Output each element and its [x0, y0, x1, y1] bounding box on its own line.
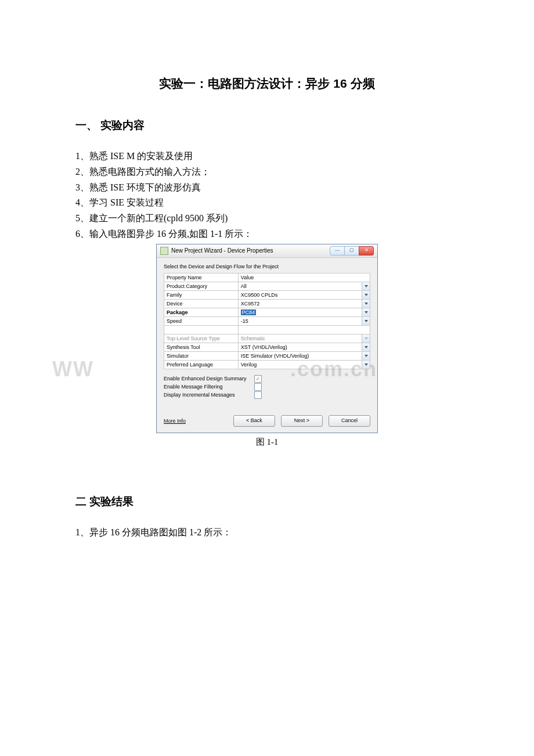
- list-item: 4、学习 SIE 安装过程: [75, 196, 459, 210]
- page-title: 实验一：电路图方法设计：异步 16 分频: [75, 75, 459, 92]
- chevron-down-icon[interactable]: [362, 361, 370, 369]
- enable-enhanced-summary-checkbox[interactable]: ✓: [254, 375, 262, 383]
- table-row: Synthesis Tool XST (VHDL/Verilog): [164, 343, 370, 351]
- maximize-button[interactable]: ▢: [344, 246, 359, 255]
- chevron-down-icon[interactable]: [362, 352, 370, 360]
- app-icon: [160, 247, 168, 255]
- check-label: Enable Message Filtering: [164, 384, 251, 390]
- dialog-titlebar[interactable]: New Project Wizard - Device Properties —…: [157, 244, 377, 258]
- col-header-value: Value: [238, 273, 370, 282]
- close-button[interactable]: ✕: [359, 246, 374, 255]
- check-label: Enable Enhanced Design Summary: [164, 376, 251, 381]
- chevron-down-icon[interactable]: [362, 343, 370, 351]
- top-level-source-select: Schematic: [238, 334, 370, 343]
- dialog-title: New Project Wizard - Device Properties: [171, 247, 330, 254]
- prop-name: Top-Level Source Type: [164, 334, 239, 343]
- chevron-down-icon[interactable]: [362, 282, 370, 290]
- chevron-down-icon[interactable]: [362, 317, 370, 325]
- section-1-heading: 一、 实验内容: [75, 118, 459, 133]
- list-item: 1、熟悉 ISE M 的安装及使用: [75, 149, 459, 164]
- prop-name: Speed: [164, 316, 239, 325]
- preferred-language-select[interactable]: Verilog: [238, 360, 370, 369]
- prop-name: Synthesis Tool: [164, 343, 239, 351]
- more-info-link[interactable]: More Info: [164, 418, 186, 424]
- package-select[interactable]: PC84: [238, 308, 370, 316]
- list-item: 3、熟悉 ISE 环境下的波形仿真: [75, 181, 459, 195]
- back-button[interactable]: < Back: [233, 415, 275, 427]
- check-row: Display Incremental Messages: [164, 391, 370, 399]
- speed-select[interactable]: -15: [238, 316, 370, 325]
- family-select[interactable]: XC9500 CPLDs: [238, 290, 370, 299]
- prop-name: Preferred Language: [164, 360, 239, 369]
- prop-name: Package: [164, 308, 239, 316]
- check-row: Enable Enhanced Design Summary ✓: [164, 375, 370, 383]
- cancel-button[interactable]: Cancel: [329, 415, 370, 427]
- table-row: Device XC9572: [164, 299, 370, 308]
- list-item: 5、建立一个新的工程(cpld 9500 系列): [75, 211, 459, 226]
- list-item: 1、异步 16 分频电路图如图 1-2 所示：: [75, 525, 459, 540]
- synthesis-tool-select[interactable]: XST (VHDL/Verilog): [238, 343, 370, 351]
- simulator-select[interactable]: ISE Simulator (VHDL/Verilog): [238, 351, 370, 360]
- prop-name: Device: [164, 299, 239, 308]
- table-row: Package PC84: [164, 308, 370, 316]
- chevron-down-icon: [362, 334, 370, 343]
- prop-name: Product Category: [164, 282, 239, 290]
- prop-name: Family: [164, 290, 239, 299]
- check-row: Enable Message Filtering: [164, 383, 370, 391]
- table-row: Product Category All: [164, 282, 370, 290]
- figure-caption: 图 1-1: [75, 437, 459, 448]
- new-project-wizard-dialog: New Project Wizard - Device Properties —…: [156, 244, 378, 433]
- device-properties-table: Property Name Value Product Category All…: [164, 273, 370, 369]
- next-button[interactable]: Next >: [281, 415, 323, 427]
- table-row: Preferred Language Verilog: [164, 360, 370, 369]
- chevron-down-icon[interactable]: [362, 291, 370, 299]
- table-row: Simulator ISE Simulator (VHDL/Verilog): [164, 351, 370, 360]
- prop-name: Simulator: [164, 351, 239, 360]
- watermark-left: WW: [52, 357, 94, 381]
- section-2-heading: 二 实验结果: [75, 494, 459, 509]
- device-select[interactable]: XC9572: [238, 299, 370, 308]
- minimize-button[interactable]: —: [330, 246, 345, 255]
- table-row: Family XC9500 CPLDs: [164, 290, 370, 299]
- figure-1-1: WW .com.cn New Project Wizard - Device P…: [75, 244, 459, 448]
- check-label: Display Incremental Messages: [164, 392, 251, 398]
- display-incremental-messages-checkbox[interactable]: [254, 391, 262, 399]
- col-header-name: Property Name: [164, 273, 239, 282]
- chevron-down-icon[interactable]: [362, 300, 370, 308]
- dialog-instruction: Select the Device and Design Flow for th…: [164, 264, 370, 269]
- enable-message-filtering-checkbox[interactable]: [254, 383, 262, 391]
- list-item: 2、熟悉电路图方式的输入方法；: [75, 165, 459, 179]
- table-row: Speed -15: [164, 316, 370, 325]
- chevron-down-icon[interactable]: [362, 308, 370, 316]
- table-row: Top-Level Source Type Schematic: [164, 334, 370, 343]
- product-category-select[interactable]: All: [238, 282, 370, 290]
- list-item: 6、输入电路图异步 16 分频,如图 1-1 所示：: [75, 227, 459, 242]
